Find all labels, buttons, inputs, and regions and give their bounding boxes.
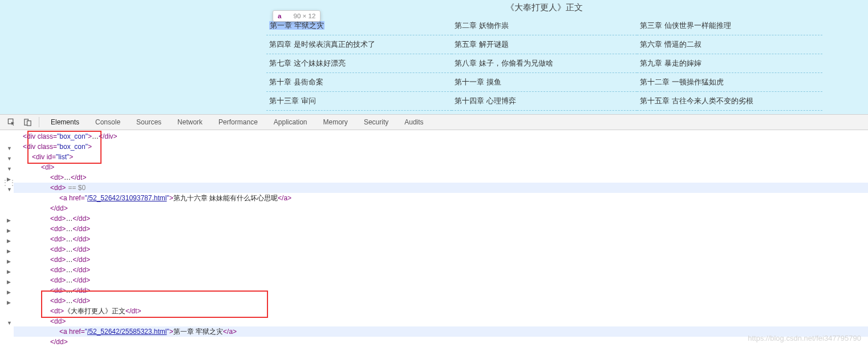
chapter-link[interactable]: 第八章 妹子，你偷看为兄做啥 <box>452 54 637 73</box>
dom-node[interactable]: ▶<dd>…</dd> <box>14 213 868 224</box>
dom-node[interactable]: <a href="/52_52642/31093787.html">第九十六章 … <box>14 193 868 203</box>
expand-arrow-icon[interactable]: ▼ <box>7 164 12 174</box>
tooltip-tag: a <box>278 13 281 19</box>
dom-node-highlight[interactable]: <a href="/52_52642/25585323.html">第一章 牢狱… <box>14 326 868 337</box>
dom-node[interactable]: ▶<dd>…</dd> <box>14 275 868 285</box>
expand-arrow-icon[interactable]: ▶ <box>7 225 11 236</box>
dom-node[interactable]: <div class="box_con">…</div> <box>14 131 868 142</box>
dom-node[interactable]: ▶<dd>…</dd> <box>14 285 868 296</box>
toolbar-separator <box>39 117 39 127</box>
expand-arrow-icon[interactable]: ▶ <box>7 297 11 308</box>
dom-node[interactable]: </dd> <box>14 337 868 347</box>
href-link[interactable]: /52_52642/31093787.html <box>87 194 167 202</box>
element-inspect-tooltip: a 90 × 12 <box>273 10 321 22</box>
chapter-list-box: 《大奉打更人》正文 第一章 牢狱之灾 第二章 妖物作祟 第三章 仙侠世界一样能推… <box>266 0 822 111</box>
chapter-link[interactable]: 第七章 这个妹妹好漂亮 <box>266 54 452 73</box>
chapter-row: 第一章 牢狱之灾 第二章 妖物作祟 第三章 仙侠世界一样能推理 <box>266 17 822 35</box>
chapter-link[interactable]: 第十三章 审问 <box>266 92 452 111</box>
devtools-toolbar: Elements Console Sources Network Perform… <box>0 114 868 130</box>
dom-node[interactable]: ▶<dd>…</dd> <box>14 224 868 234</box>
tab-elements[interactable]: Elements <box>43 114 87 130</box>
tab-application[interactable]: Application <box>266 114 315 130</box>
dom-node[interactable]: ▶<dd>…</dd> <box>14 265 868 275</box>
expand-arrow-icon[interactable]: ▶ <box>7 246 11 256</box>
dom-node[interactable]: ▶<dd>…</dd> <box>14 244 868 255</box>
chapter-row: 第十章 县衙命案 第十一章 摸鱼 第十二章 一顿操作猛如虎 <box>266 73 822 92</box>
href-link[interactable]: /52_52642/25585323.html <box>87 328 167 336</box>
expand-arrow-icon[interactable]: ▼ <box>7 184 12 195</box>
expand-arrow-icon[interactable]: ▶ <box>7 277 11 287</box>
device-toggle-icon[interactable] <box>22 117 33 127</box>
chapter-link[interactable]: 第九章 暴走的婶婶 <box>637 54 822 73</box>
svg-rect-2 <box>27 120 31 125</box>
expand-arrow-icon[interactable]: ▶ <box>7 236 11 246</box>
tab-console[interactable]: Console <box>87 114 128 130</box>
tooltip-dims: 90 × 12 <box>294 13 316 19</box>
dom-node[interactable]: ▶<dd>…</dd> <box>14 296 868 306</box>
tab-performance[interactable]: Performance <box>210 114 266 130</box>
expand-arrow-icon[interactable]: ▶ <box>7 256 11 267</box>
dom-tree-panel[interactable]: ⋮⋮ <div class="box_con">…</div> ▼<div cl… <box>0 130 868 347</box>
expand-arrow-icon[interactable]: ▼ <box>7 143 12 154</box>
tab-sources[interactable]: Sources <box>128 114 169 130</box>
expand-arrow-icon[interactable]: ▼ <box>7 318 12 328</box>
dom-node[interactable]: <dt>《大奉打更人》正文</dt> <box>14 306 868 316</box>
dom-node[interactable]: ▼<dd> <box>14 316 868 326</box>
chapter-link[interactable]: 第四章 是时候表演真正的技术了 <box>266 35 452 54</box>
chapter-link[interactable]: 第十二章 一顿操作猛如虎 <box>637 73 822 92</box>
expand-arrow-icon[interactable]: ▶ <box>7 287 11 297</box>
expand-arrow-icon[interactable]: ▶ <box>7 174 11 184</box>
chapter-link[interactable]: 第二章 妖物作祟 <box>452 17 637 35</box>
dom-node[interactable]: ▼<div class="box_con"> <box>14 142 868 152</box>
dollar-zero: == $0 <box>68 184 86 192</box>
section-title: 《大奉打更人》正文 <box>266 0 822 17</box>
chapter-row: 第七章 这个妹妹好漂亮 第八章 妹子，你偷看为兄做啥 第九章 暴走的婶婶 <box>266 54 822 73</box>
tab-memory[interactable]: Memory <box>315 114 356 130</box>
dom-node[interactable]: ▶<dd>…</dd> <box>14 234 868 244</box>
tab-audits[interactable]: Audits <box>396 114 431 130</box>
inspected-element[interactable]: 第一章 牢狱之灾 <box>269 21 325 30</box>
chapter-link[interactable]: 第十一章 摸鱼 <box>452 73 637 92</box>
chapter-row: 第四章 是时候表演真正的技术了 第五章 解开谜题 第六章 懵逼的二叔 <box>266 35 822 54</box>
dom-node[interactable]: ▶<dd>…</dd> <box>14 255 868 265</box>
dom-node[interactable]: ▶<dt>…</dt> <box>14 172 868 183</box>
dom-node[interactable]: ▼<dl> <box>14 162 868 172</box>
chapter-link[interactable]: 第五章 解开谜题 <box>452 35 637 54</box>
tab-security[interactable]: Security <box>356 114 396 130</box>
dom-node-selected[interactable]: ▼<dd>== $0 <box>14 183 868 193</box>
chapter-link[interactable]: 第十五章 古往今来人类不变的劣根 <box>637 92 822 111</box>
expand-arrow-icon[interactable]: ▼ <box>7 154 12 164</box>
dom-node[interactable]: </dd> <box>14 203 868 213</box>
chapter-link[interactable]: 第六章 懵逼的二叔 <box>637 35 822 54</box>
inspect-icon[interactable] <box>6 117 17 127</box>
expand-arrow-icon[interactable]: ▶ <box>7 267 11 277</box>
chapter-link[interactable]: 第三章 仙侠世界一样能推理 <box>637 17 822 35</box>
expand-arrow-icon[interactable]: ▶ <box>7 215 11 225</box>
chapter-link[interactable]: 第十章 县衙命案 <box>266 73 452 92</box>
chapter-link[interactable]: 第十四章 心理博弈 <box>452 92 637 111</box>
tab-network[interactable]: Network <box>169 114 210 130</box>
dom-node[interactable]: ▼<div id="list"> <box>14 152 868 162</box>
chapter-row: 第十三章 审问 第十四章 心理博弈 第十五章 古往今来人类不变的劣根 <box>266 92 822 111</box>
rendered-page: a 90 × 12 《大奉打更人》正文 第一章 牢狱之灾 第二章 妖物作祟 第三… <box>0 0 868 114</box>
chapter-table: 第一章 牢狱之灾 第二章 妖物作祟 第三章 仙侠世界一样能推理 第四章 是时候表… <box>266 17 822 111</box>
